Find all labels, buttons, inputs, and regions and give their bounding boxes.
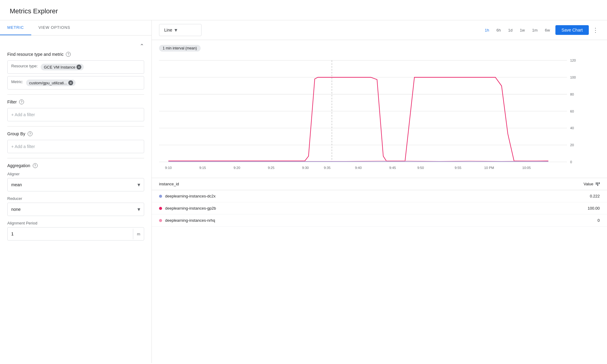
svg-text:80: 80	[570, 93, 574, 96]
section-collapse-btn[interactable]: ⌃	[7, 40, 144, 52]
table-row: deeplearning-instances-dc2x 0.222	[152, 190, 607, 202]
data-table-header: instance_id Value	[152, 178, 607, 190]
filter-input[interactable]: + Add a filter	[7, 108, 144, 121]
alignment-period-label: Alignment Period	[7, 221, 144, 225]
find-resource-label: Find resource type and metric ?	[7, 52, 144, 57]
metric-chip: custom/gpu_utilizati... ✕	[26, 79, 76, 86]
time-range-buttons: 1h 6h 1d 1w 1m 6w	[482, 26, 553, 34]
filter-label: Filter ?	[7, 99, 144, 104]
chart-type-select[interactable]: Line ▾	[159, 24, 202, 36]
aligner-label: Aligner	[7, 172, 144, 176]
page-header: Metrics Explorer	[0, 0, 607, 20]
resource-type-label: Resource type:	[11, 64, 38, 70]
time-btn-6h[interactable]: 6h	[493, 26, 504, 34]
svg-text:9:35: 9:35	[324, 166, 331, 170]
metric-field[interactable]: Metric: custom/gpu_utilizati... ✕	[7, 76, 144, 89]
svg-text:20: 20	[570, 143, 574, 147]
aggregation-section: Aggregation ? Aligner mean ▾ Reducer non…	[7, 163, 144, 241]
table-row: deeplearning-instances-gp2b 100.00	[152, 202, 607, 214]
svg-text:0: 0	[570, 160, 572, 164]
app-container: Metrics Explorer METRIC VIEW OPTIONS ⌃	[0, 0, 607, 364]
row-left-dc2x: deeplearning-instances-dc2x	[159, 194, 215, 198]
reducer-label: Reducer	[7, 196, 144, 201]
chart-toolbar: Line ▾ 1h 6h 1d 1w 1m 6w Save Chart ⋮	[152, 20, 607, 40]
aligner-dropdown-icon: ▾	[137, 181, 140, 188]
main-layout: METRIC VIEW OPTIONS ⌃ Find resource type…	[0, 20, 607, 363]
metric-chip-close[interactable]: ✕	[68, 80, 73, 85]
tab-view-options[interactable]: VIEW OPTIONS	[31, 20, 78, 35]
time-btn-1m[interactable]: 1m	[529, 26, 541, 34]
aligner-select[interactable]: mean ▾	[7, 178, 144, 191]
find-resource-help-icon[interactable]: ?	[66, 52, 71, 57]
tab-metric[interactable]: METRIC	[0, 20, 31, 35]
svg-text:9:40: 9:40	[355, 166, 362, 170]
legend-dot-nrhq	[159, 219, 162, 222]
svg-text:9:10: 9:10	[165, 166, 172, 170]
chart-area: 1 min interval (mean) 120 10	[152, 40, 607, 363]
chevron-up-icon: ⌃	[140, 43, 144, 49]
reducer-dropdown-icon: ▾	[137, 206, 140, 213]
svg-text:9:50: 9:50	[417, 166, 424, 170]
divider-1	[7, 94, 144, 95]
divider-2	[7, 126, 144, 126]
aggregation-help-icon[interactable]: ?	[33, 163, 38, 168]
value-col-header: Value	[584, 182, 600, 186]
time-btn-1h[interactable]: 1h	[482, 26, 492, 34]
page-title: Metrics Explorer	[10, 7, 597, 15]
svg-text:9:45: 9:45	[389, 166, 396, 170]
divider-3	[7, 158, 144, 158]
resource-type-field[interactable]: Resource type: GCE VM Instance ✕	[7, 60, 144, 74]
svg-text:120: 120	[570, 59, 576, 62]
series-gp2b	[168, 77, 548, 161]
chart-svg: 120 100 80 60 40 20 0 9:10 9:15 9:20 9:2…	[159, 54, 589, 175]
svg-text:9:55: 9:55	[455, 166, 461, 170]
svg-text:10 PM: 10 PM	[484, 166, 494, 170]
filter-help-icon[interactable]: ?	[19, 99, 24, 104]
svg-text:9:25: 9:25	[268, 166, 274, 170]
toolbar-left: Line ▾	[159, 24, 202, 36]
chart-type-dropdown-icon: ▾	[175, 27, 177, 33]
svg-text:40: 40	[570, 126, 574, 130]
svg-text:9:30: 9:30	[302, 166, 309, 170]
row-value-dc2x: 0.222	[590, 194, 600, 198]
right-panel: Line ▾ 1h 6h 1d 1w 1m 6w Save Chart ⋮	[152, 20, 607, 363]
toolbar-right: 1h 6h 1d 1w 1m 6w Save Chart ⋮	[482, 25, 600, 35]
time-btn-1d[interactable]: 1d	[505, 26, 515, 34]
table-row: deeplearning-instances-nrhq 0	[152, 214, 607, 227]
svg-text:10:05: 10:05	[522, 166, 531, 170]
instance-col-header: instance_id	[159, 182, 179, 186]
svg-text:9:15: 9:15	[199, 166, 206, 170]
resource-type-chip: GCE VM Instance ✕	[41, 64, 84, 70]
svg-text:60: 60	[570, 110, 574, 113]
time-btn-6w[interactable]: 6w	[542, 26, 553, 34]
save-chart-button[interactable]: Save Chart	[555, 25, 589, 35]
column-chart-icon[interactable]	[596, 182, 600, 186]
resource-type-chip-close[interactable]: ✕	[76, 65, 81, 69]
group-by-label: Group By ?	[7, 131, 144, 136]
alignment-period-field[interactable]: m	[7, 227, 144, 241]
tabs: METRIC VIEW OPTIONS	[0, 20, 151, 35]
row-left-gp2b: deeplearning-instances-gp2b	[159, 206, 216, 211]
metric-label: Metric:	[11, 79, 23, 86]
more-options-icon[interactable]: ⋮	[591, 25, 600, 35]
row-value-nrhq: 0	[598, 218, 600, 223]
group-by-input[interactable]: + Add a filter	[7, 140, 144, 153]
row-left-nrhq: deeplearning-instances-nrhq	[159, 218, 215, 223]
time-btn-1w[interactable]: 1w	[517, 26, 528, 34]
svg-text:9:20: 9:20	[234, 166, 240, 170]
chart-svg-container: 120 100 80 60 40 20 0 9:10 9:15 9:20 9:2…	[152, 54, 607, 175]
panel-content: ⌃ Find resource type and metric ? Resour…	[0, 35, 151, 245]
svg-text:100: 100	[570, 76, 576, 79]
left-panel: METRIC VIEW OPTIONS ⌃ Find resource type…	[0, 20, 152, 363]
alignment-period-unit: m	[133, 229, 144, 239]
reducer-select[interactable]: none ▾	[7, 203, 144, 216]
legend-dot-gp2b	[159, 207, 162, 210]
group-by-help-icon[interactable]: ?	[28, 131, 32, 136]
data-table: instance_id Value	[152, 178, 607, 227]
alignment-period-input[interactable]	[8, 228, 133, 239]
aggregation-label: Aggregation ?	[7, 163, 144, 168]
interval-badge: 1 min interval (mean)	[159, 45, 201, 52]
legend-dot-dc2x	[159, 195, 162, 198]
row-value-gp2b: 100.00	[588, 206, 600, 211]
